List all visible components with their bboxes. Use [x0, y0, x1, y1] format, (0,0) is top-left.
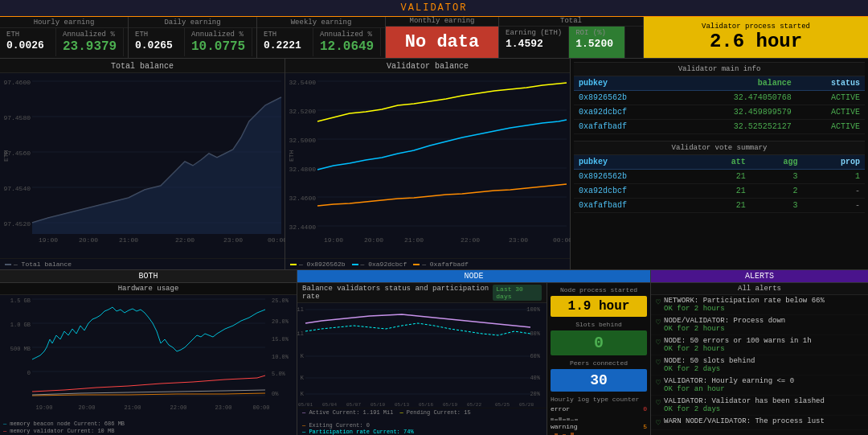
svg-text:20:00: 20:00: [79, 236, 98, 244]
weekly-label: Weekly earning: [257, 18, 385, 28]
svg-text:05/07: 05/07: [346, 402, 361, 408]
vs-agg-2: 2: [751, 184, 803, 199]
alert-sub-6: OK for 2 days: [664, 405, 825, 413]
svg-text:05/01: 05/01: [298, 402, 313, 408]
th-pubkey: pubkey: [574, 76, 677, 91]
alert-text-1: NETWORK: Participation rate below 66%: [664, 297, 825, 305]
svg-text:1.5 GB: 1.5 GB: [10, 298, 31, 304]
status-1: ACTIVE: [796, 91, 865, 105]
alert-icon-2: ♡: [656, 318, 661, 327]
list-item: ♡ NETWORK: Participation rate below 66% …: [651, 295, 868, 315]
total-earning-label: Earning (ETH): [506, 29, 562, 37]
vs-pubkey-3: 0xafafbadf: [574, 199, 698, 213]
svg-text:97.4600: 97.4600: [3, 79, 31, 86]
pubkey-1: 0x8926562b: [574, 91, 677, 105]
list-item: ♡ NODE/VALIDATOR: Process down OK for 2 …: [651, 315, 868, 335]
svg-text:10.0%: 10.0%: [272, 354, 289, 360]
status-3: ACTIVE: [796, 120, 865, 134]
weekly-eth-item: ETH 0.2221: [257, 28, 313, 56]
daily-eth-label: ETH: [135, 31, 178, 39]
alerts-list: ♡ NETWORK: Participation rate below 66% …: [651, 295, 868, 435]
validator-vote-summary: Validator vote summary pubkey att agg pr…: [571, 137, 868, 213]
svg-text:05/22: 05/22: [467, 402, 481, 408]
node-chart-title: Balance validators status and participat…: [302, 285, 493, 301]
total-label: Total: [499, 17, 643, 27]
svg-text:1.0 GB: 1.0 GB: [10, 322, 31, 328]
slots-behind-value: 0: [551, 330, 647, 355]
weekly-ann-item: Annualized % 12.0649: [313, 28, 381, 56]
node-content: Balance validators status and participat…: [297, 283, 650, 435]
balance-2: 32.459899579: [677, 105, 796, 120]
vote-summary-header: Validator vote summary: [574, 141, 865, 155]
alerts-panel: ALERTS All alerts ♡ NETWORK: Participati…: [651, 270, 868, 435]
monthly-nodata: No data: [386, 27, 498, 58]
svg-text:23:00: 23:00: [215, 404, 231, 411]
svg-text:32.5000: 32.5000: [289, 137, 316, 144]
validator-balance-chart: 32.5400 32.5200 32.5000 32.4800 32.4600 …: [285, 73, 570, 258]
log-error-label: error: [551, 405, 570, 412]
svg-text:05/04: 05/04: [322, 402, 337, 408]
log-counter-label: Hourly log type counter: [551, 396, 647, 403]
vs-agg-1: 3: [751, 170, 803, 184]
main-info-table: pubkey balance status 0x8926562b 32.4740…: [574, 76, 865, 134]
svg-text:23:00: 23:00: [223, 236, 243, 244]
table-row: 0x8926562b 32.474050768 ACTIVE: [574, 91, 865, 105]
svg-text:97.4520: 97.4520: [3, 220, 31, 228]
total-balance-legend: — Total balance: [0, 258, 285, 269]
vs-pubkey-1: 0x8926562b: [574, 170, 698, 184]
node-badge: Last 30 days: [493, 285, 542, 301]
balance-1: 32.474050768: [677, 91, 796, 105]
monthly-label: Monthly earning: [386, 17, 498, 27]
svg-text:22:00: 22:00: [170, 404, 186, 411]
status-2: ACTIVE: [796, 105, 865, 120]
alert-sub-5: OK for an hour: [664, 385, 794, 393]
alerts-all-label: All alerts: [651, 283, 868, 295]
slots-behind-label: Slots behind: [551, 321, 647, 328]
vs-th-pubkey: pubkey: [574, 155, 698, 170]
alert-text-3: NODE: 50 errors or 100 warns in 1h: [664, 337, 812, 345]
svg-text:0: 0: [27, 370, 31, 376]
vs-th-agg: agg: [751, 155, 803, 170]
svg-text:20:00: 20:00: [364, 236, 383, 244]
hourly-ann-label: Annualized %: [63, 31, 117, 39]
hourly-eth-value: 0.0026: [6, 39, 49, 51]
svg-marker-11: [32, 97, 281, 234]
total-balance-chart: 97.4600 97.4580 97.4560 97.4540 97.4520 …: [0, 73, 285, 258]
node-title: NODE: [297, 270, 650, 283]
vote-summary-table: pubkey att agg prop 0x8926562b 21 3 1 0x…: [574, 155, 865, 213]
alerts-title: ALERTS: [651, 270, 868, 283]
weekly-eth-label: ETH: [264, 31, 306, 39]
metrics-row: Hourly earning ETH 0.0026 Annualized % 2…: [0, 17, 868, 59]
list-item: ♡ VALIDATOR: Hourly earning <= 0 OK for …: [651, 375, 868, 396]
bottom-row: BOTH Hardware usage 1.5 GB 1.0 GB 500 MB…: [0, 270, 868, 435]
th-balance: balance: [677, 76, 796, 91]
weekly-ann-label: Annualized %: [320, 31, 374, 39]
svg-text:19:00: 19:00: [39, 236, 58, 244]
total-earning-item: Earning (ETH) 1.4592: [499, 27, 569, 58]
daily-eth-item: ETH 0.0265: [129, 28, 185, 56]
svg-text:97.4540: 97.4540: [3, 185, 31, 192]
svg-text:250 K: 250 K: [297, 391, 305, 397]
alert-sub-4: OK for 2 days: [664, 365, 755, 373]
alert-icon-5: ♡: [656, 378, 661, 388]
svg-text:21:00: 21:00: [119, 236, 138, 244]
alert-text-4: NODE: 50 slots behind: [664, 357, 755, 365]
validator-info-panel: Validator main info pubkey balance statu…: [571, 59, 868, 269]
alert-sub-1: OK for 2 hours: [664, 305, 825, 313]
hardware-chart: 1.5 GB 1.0 GB 500 MB 0 25.0% 20.0% 15.0%…: [0, 295, 297, 420]
node-legend: — Active Current: 1.191 Mil — Pending Cu…: [297, 408, 547, 435]
total-roi-item: ROI (%) 1.5200: [569, 27, 625, 58]
alert-sub-3: OK for 2 hours: [664, 345, 812, 353]
alert-icon-6: ♡: [656, 398, 661, 408]
process-started-label: Node process started: [551, 286, 647, 293]
page-title: VALIDATOR: [0, 0, 868, 17]
svg-text:1.25 Mil: 1.25 Mil: [297, 306, 304, 313]
node-balance-chart: 100% 80% 60% 40% 20% 1.25 Mil 1.00 Mi: [297, 303, 547, 408]
list-item: ♡ VALIDATOR: Validator has been slashed …: [651, 396, 868, 416]
svg-text:05/13: 05/13: [395, 402, 409, 408]
svg-text:32.4400: 32.4400: [289, 224, 316, 231]
total-earning-value: 1.4592: [506, 38, 562, 50]
svg-text:21:00: 21:00: [124, 404, 141, 411]
svg-text:22:00: 22:00: [175, 236, 194, 244]
alert-icon-4: ♡: [656, 358, 661, 367]
